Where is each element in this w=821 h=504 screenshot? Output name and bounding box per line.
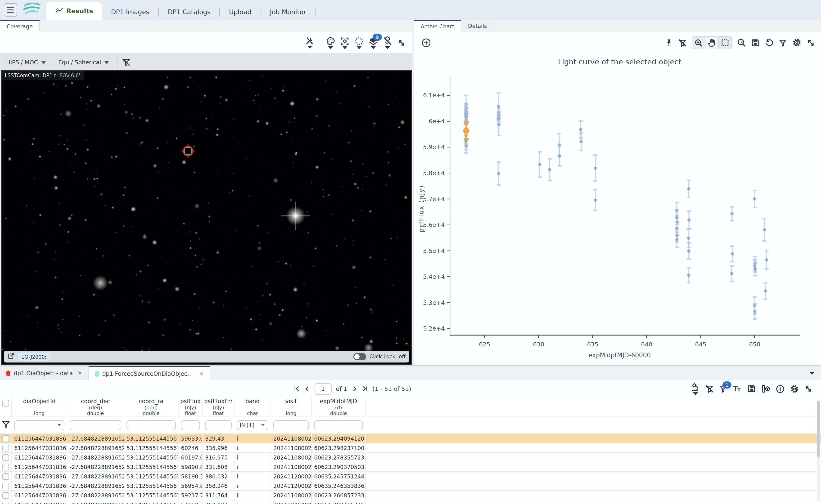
filter-icon[interactable] <box>1 420 10 430</box>
expand-icon[interactable] <box>806 38 815 47</box>
table-row[interactable]: 611256447031836758-27.6848228891652853.1… <box>0 472 821 481</box>
row-checkbox[interactable] <box>2 464 9 470</box>
filter-input-coord_ra[interactable] <box>126 420 176 430</box>
save-icon[interactable] <box>751 38 760 47</box>
column-name: diaObjectId <box>23 398 55 405</box>
row-checkbox[interactable] <box>2 454 9 461</box>
save-icon[interactable] <box>747 384 756 393</box>
column-header-visit[interactable]: visit long <box>271 398 312 416</box>
cell-band: i <box>235 443 271 452</box>
external-link-icon[interactable] <box>8 352 14 361</box>
row-checkbox[interactable] <box>2 445 9 451</box>
select-all-checkbox[interactable] <box>2 400 9 407</box>
hamburger-menu-button[interactable] <box>4 3 17 17</box>
filter-input-psfFluxErr[interactable] <box>205 420 232 430</box>
svg-text:6e+4: 6e+4 <box>429 118 445 125</box>
tab-active-chart[interactable]: Active Chart <box>414 20 461 32</box>
cell-coord_dec: -27.68482288916528 <box>67 500 124 504</box>
tab-job-monitor[interactable]: Job Monitor <box>261 4 315 20</box>
filter-input-visit[interactable] <box>273 420 309 430</box>
filter-off-icon[interactable] <box>678 38 687 47</box>
palette-icon[interactable] <box>326 36 335 49</box>
close-tab-icon[interactable]: ✕ <box>77 370 82 376</box>
next-page-button[interactable] <box>352 386 358 392</box>
row-range-label: (1 - 51 of 51) <box>372 385 411 392</box>
layers-icon[interactable]: 9 <box>369 36 378 49</box>
table-row[interactable]: 611256447031836758-27.6848228891652853.1… <box>0 491 821 500</box>
tools-icon[interactable] <box>305 36 314 49</box>
filter-icon[interactable] <box>778 38 787 47</box>
projection-dropdown[interactable]: Equ / Spherical <box>52 59 115 66</box>
filter-input-diaObjectId[interactable] <box>14 420 64 430</box>
sky-image-view[interactable]: LSSTComCam: DP1 r FOV:6.6' EQ-J2000: Cli… <box>1 70 412 365</box>
tab-dp1-images[interactable]: DP1 Images <box>102 4 158 20</box>
svg-text:expMidptMJD-60000: expMidptMJD-60000 <box>588 352 651 359</box>
column-header-expMidptMJD[interactable]: expMidptMJD(d)double <box>312 398 366 416</box>
table-row[interactable]: 611256447031836758-27.6848228891652853.1… <box>0 434 821 443</box>
first-page-button[interactable] <box>294 386 300 392</box>
column-header-coord_ra[interactable]: coord_ra(deg)double <box>124 398 178 416</box>
filter-input-psfFlux[interactable] <box>181 420 200 430</box>
hips-moc-dropdown[interactable]: HiPS / MOC <box>0 59 52 66</box>
tab-dp1-catalogs[interactable]: DP1 Catalogs <box>159 4 220 20</box>
last-page-button[interactable] <box>362 386 368 392</box>
hand-icon[interactable] <box>706 37 719 49</box>
rotate-icon[interactable] <box>765 38 774 47</box>
tab-upload[interactable]: Upload <box>220 4 261 20</box>
center-icon[interactable] <box>340 36 350 49</box>
text-format-icon[interactable]: TT <box>732 384 742 393</box>
filter-input-coord_dec[interactable] <box>70 420 121 430</box>
tables-menu-caret-icon[interactable] <box>810 372 814 375</box>
add-column-icon[interactable] <box>761 384 771 393</box>
table-scrollbar[interactable] <box>817 400 820 502</box>
column-header-band[interactable]: band char <box>235 398 271 416</box>
expand-icon[interactable] <box>804 384 813 393</box>
table-row[interactable]: 611256447031836758-27.6848228891652853.1… <box>0 500 821 504</box>
expand-icon[interactable] <box>397 38 406 47</box>
table-row[interactable]: 611256447031836758-27.6848228891652853.1… <box>0 443 821 453</box>
microscope-icon[interactable] <box>691 382 700 395</box>
column-header-diaObjectId[interactable]: diaObjectId long <box>12 398 67 416</box>
row-checkbox[interactable] <box>2 473 9 480</box>
hips-moc-label: HiPS / MOC <box>6 59 38 66</box>
table-row[interactable]: 611256447031836758-27.6848228891652853.1… <box>0 462 821 472</box>
pin-icon[interactable] <box>665 38 673 47</box>
filter-input-expMidptMJD[interactable] <box>314 420 363 430</box>
table-row[interactable]: 611256447031836758-27.6848228891652853.1… <box>0 453 821 462</box>
gear-icon[interactable] <box>792 38 802 47</box>
click-lock-toggle[interactable] <box>353 353 366 360</box>
rect-select-icon[interactable] <box>719 37 732 49</box>
row-checkbox[interactable] <box>2 492 9 499</box>
close-tab-icon[interactable]: ✕ <box>199 371 203 377</box>
filter-input-band[interactable]: IN ('i') <box>237 420 268 430</box>
layers-off-icon[interactable] <box>383 36 392 49</box>
clear-filter-icon[interactable] <box>122 58 131 67</box>
prev-page-button[interactable] <box>304 386 310 392</box>
zoom-in-icon[interactable] <box>692 37 706 49</box>
image-layer-label: LSSTComCam: DP1 r FOV:6.6' <box>2 71 84 80</box>
page-number-input[interactable] <box>315 383 332 394</box>
tab-results[interactable]: Results <box>46 2 102 20</box>
plus-circle-icon[interactable] <box>421 38 431 48</box>
tab-details[interactable]: Details <box>461 20 494 32</box>
circle-select-icon[interactable] <box>354 36 364 49</box>
sky-image[interactable] <box>2 71 409 363</box>
column-header-psfFluxErr[interactable]: psfFluxErr(nJy)float <box>203 398 235 416</box>
table-tab-1[interactable]: dp1.DiaObject - data✕ <box>0 366 89 380</box>
tab-coverage[interactable]: Coverage <box>0 20 40 32</box>
filter-off-icon[interactable] <box>705 384 714 393</box>
gear-icon[interactable] <box>790 384 799 393</box>
row-checkbox[interactable] <box>2 435 9 442</box>
svg-text:5.7e+4: 5.7e+4 <box>423 196 445 203</box>
row-checkbox[interactable] <box>2 482 9 489</box>
cell-psfFluxErr: 316.975 <box>203 453 235 462</box>
info-icon[interactable] <box>776 384 785 393</box>
light-curve-chart[interactable]: Light curve of the selected object6.1e+4… <box>414 53 821 365</box>
table-row[interactable]: 611256447031836758-27.6848228891652853.1… <box>0 481 821 491</box>
filter-icon[interactable]: 1 <box>719 384 728 393</box>
column-header-psfFlux[interactable]: psfFlux(nJy)float <box>178 398 203 416</box>
row-checkbox[interactable] <box>2 501 9 504</box>
zoom-1x-icon[interactable]: 1x <box>737 38 746 47</box>
column-header-coord_dec[interactable]: coord_dec(deg)double <box>67 398 124 416</box>
table-tab-2[interactable]: dp1.ForcedSourceOnDiaObject...✕ <box>89 366 211 380</box>
